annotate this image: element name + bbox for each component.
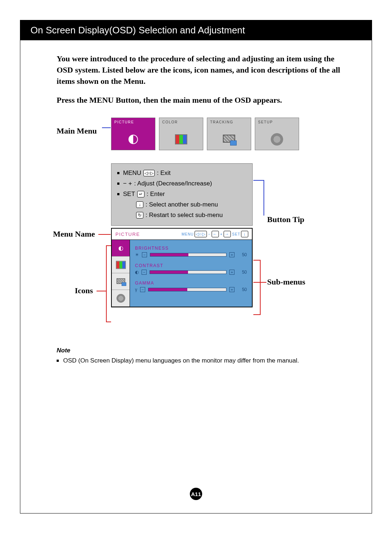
connector-line bbox=[98, 234, 111, 235]
connector-line bbox=[106, 322, 111, 322]
label-main-menu: Main Menu bbox=[57, 126, 97, 136]
tip-desc: : Select another sub-menu bbox=[146, 200, 218, 210]
slider-bar[interactable] bbox=[150, 253, 226, 257]
tile-tracking[interactable]: TRACKING bbox=[207, 118, 251, 150]
tip-desc: : Adjust (Decrease/Increase) bbox=[134, 179, 212, 189]
connector-line bbox=[260, 260, 261, 314]
label-menu-name: Menu Name bbox=[53, 229, 95, 239]
submenu-value: 50 bbox=[237, 287, 247, 292]
intro-block: You were introduced to the procedure of … bbox=[20, 40, 372, 106]
color-bars-icon bbox=[159, 129, 203, 150]
intro-p1: You were introduced to the procedure of … bbox=[57, 53, 343, 87]
submenu-value: 50 bbox=[237, 252, 247, 257]
tile-label: COLOR bbox=[162, 120, 178, 124]
tip-row: ↻ : Restart to select sub-menu bbox=[117, 210, 246, 221]
page-header: On Screen Display(OSD) Selection and Adj… bbox=[20, 20, 372, 40]
osd-main-area: BRIGHTNESS ☀ − + 50 CONTRAST ◐ − bbox=[130, 240, 252, 307]
page-number-badge: A11 bbox=[190, 488, 202, 500]
tip-row: SET ↵ : Enter bbox=[117, 189, 246, 200]
label-sub-menus: Sub-menus bbox=[267, 277, 305, 287]
decrease-icon[interactable]: − bbox=[142, 252, 147, 257]
osd-btn-plus[interactable]: +→ bbox=[220, 231, 231, 237]
osd-menu-name: PICTURE bbox=[115, 232, 140, 237]
restart-key-icon: ↻ bbox=[136, 212, 143, 218]
submenu-value: 50 bbox=[237, 270, 247, 275]
decrease-icon[interactable]: − bbox=[142, 270, 147, 275]
submenu-icon: ☀ bbox=[135, 252, 139, 257]
tip-prefix: MENU bbox=[123, 168, 141, 179]
submenu-brightness[interactable]: BRIGHTNESS ☀ − + 50 bbox=[135, 246, 247, 257]
note-heading: Note bbox=[57, 347, 343, 354]
down-key-icon: ↓ bbox=[136, 201, 143, 208]
slider-bar[interactable] bbox=[150, 270, 226, 274]
osd-title-bar: PICTURE MENU◁○▷ −← +→ SET↓ bbox=[112, 229, 252, 240]
enter-key-icon: ↵ bbox=[137, 191, 144, 197]
tile-picture[interactable]: PICTURE bbox=[111, 118, 155, 150]
submenu-icon: γ bbox=[135, 287, 137, 292]
note-text: OSD (On Screen Display) menu languages o… bbox=[63, 357, 299, 364]
side-icon-tracking[interactable] bbox=[112, 273, 130, 290]
gear-icon bbox=[255, 129, 299, 150]
tile-color[interactable]: COLOR bbox=[159, 118, 203, 150]
tracking-icon bbox=[207, 129, 251, 150]
increase-icon[interactable]: + bbox=[229, 252, 234, 257]
osd-panel: PICTURE MENU◁○▷ −← +→ SET↓ ◐ bbox=[111, 228, 253, 307]
tile-label: TRACKING bbox=[210, 120, 233, 124]
tip-row: MENU ◁○▷ : Exit bbox=[117, 168, 246, 179]
submenu-label: BRIGHTNESS bbox=[135, 246, 247, 251]
menu-key-icon: ◁○▷ bbox=[143, 170, 155, 176]
connector-line bbox=[97, 291, 107, 291]
tile-label: SETUP bbox=[258, 120, 273, 124]
tile-setup[interactable]: SETUP bbox=[255, 118, 299, 150]
tip-row: ↓ : Select another sub-menu bbox=[117, 200, 246, 210]
tip-desc: : Exit bbox=[157, 168, 171, 179]
tip-prefix: SET bbox=[123, 189, 135, 200]
connector-line bbox=[106, 245, 111, 246]
increase-icon[interactable]: + bbox=[229, 270, 234, 275]
brightness-icon bbox=[111, 129, 155, 150]
side-icon-picture[interactable]: ◐ bbox=[112, 240, 130, 257]
submenu-label: CONTRAST bbox=[135, 263, 247, 268]
connector-line bbox=[253, 314, 261, 315]
side-icon-setup[interactable] bbox=[112, 290, 130, 307]
connector-line bbox=[264, 180, 264, 216]
tip-prefix: − + bbox=[123, 179, 132, 189]
intro-p2: Press the MENU Button, then the main men… bbox=[57, 95, 343, 106]
tile-label: PICTURE bbox=[114, 120, 134, 124]
label-button-tip: Button Tip bbox=[267, 215, 305, 224]
submenu-label: GAMMA bbox=[135, 281, 247, 286]
osd-btn-minus[interactable]: −← bbox=[208, 231, 219, 237]
connector-line bbox=[102, 127, 111, 128]
button-tip-box: MENU ◁○▷ : Exit − + : Adjust (Decrease/I… bbox=[111, 163, 253, 226]
slider-bar[interactable] bbox=[148, 288, 226, 291]
submenu-gamma[interactable]: GAMMA γ − + 50 bbox=[135, 281, 247, 292]
tip-desc: : Restart to select sub-menu bbox=[146, 210, 223, 221]
submenu-contrast[interactable]: CONTRAST ◐ − + 50 bbox=[135, 263, 247, 275]
label-icons: Icons bbox=[75, 286, 93, 295]
tip-desc: : Enter bbox=[147, 189, 165, 200]
connector-line bbox=[253, 180, 264, 181]
decrease-icon[interactable]: − bbox=[140, 287, 145, 292]
note-block: Note OSD (On Screen Display) menu langua… bbox=[57, 347, 343, 364]
side-icon-color[interactable] bbox=[112, 257, 130, 273]
connector-line bbox=[253, 260, 261, 261]
increase-icon[interactable]: + bbox=[229, 287, 234, 292]
osd-btn-menu[interactable]: MENU◁○▷ bbox=[181, 231, 207, 237]
connector-line bbox=[106, 245, 107, 322]
osd-sidebar: ◐ bbox=[112, 240, 130, 307]
main-menu-tiles: PICTURE COLOR TRACKING SETUP bbox=[111, 118, 299, 150]
osd-btn-set[interactable]: SET↓ bbox=[232, 231, 248, 237]
submenu-icon: ◐ bbox=[135, 270, 139, 275]
tip-row: − + : Adjust (Decrease/Increase) bbox=[117, 179, 246, 189]
